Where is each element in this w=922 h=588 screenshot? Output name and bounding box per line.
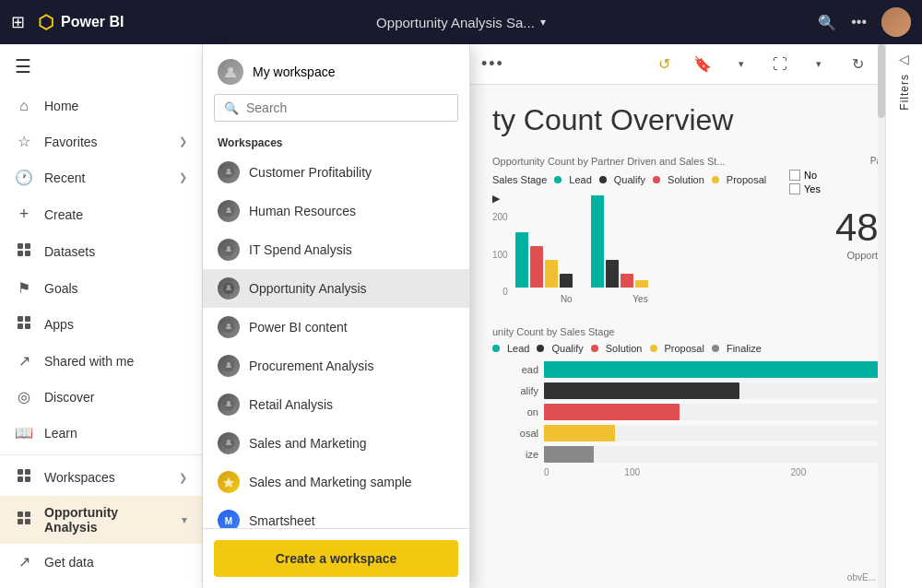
hbar-row-proposal[interactable]: osal	[492, 425, 900, 441]
workspace-item-opportunity[interactable]: Opportunity Analysis	[203, 269, 469, 308]
scroll-thumb[interactable]	[878, 44, 885, 118]
my-workspace-label: My workspace	[253, 65, 335, 79]
sidebar-item-discover[interactable]: ◎ Discover	[0, 379, 202, 415]
sidebar-item-apps[interactable]: Apps	[0, 306, 202, 343]
workspace-item-human[interactable]: Human Resources	[203, 192, 469, 230]
sidebar-item-goals[interactable]: ⚑ Goals	[0, 270, 202, 306]
sidebar-item-shared[interactable]: ↗ Shared with me	[0, 343, 202, 379]
toolbar-expand-btn[interactable]: ⛶	[765, 50, 795, 79]
workspace-item-smartsheet[interactable]: M Smartsheet	[203, 501, 469, 528]
workspace-search-box[interactable]: 🔍	[214, 94, 458, 122]
sidebar-item-recent[interactable]: 🕐 Recent ❯	[0, 159, 202, 195]
workspace-item-customer[interactable]: Customer Profitability	[203, 153, 469, 192]
sidebar-item-opportunity[interactable]: Opportunity Analysis ▾	[0, 496, 202, 544]
hbar-row-lead[interactable]: ead	[492, 361, 900, 378]
legend2-dot-lead	[492, 345, 500, 352]
workspace-item-retail[interactable]: Retail Analysis	[203, 385, 469, 424]
svg-rect-1	[25, 243, 30, 249]
svg-point-20	[227, 207, 230, 211]
svg-rect-11	[25, 476, 30, 482]
my-workspace-header[interactable]: My workspace	[203, 44, 469, 94]
workspaces-section-label: Workspaces	[203, 131, 469, 153]
sidebar-item-favorites[interactable]: ☆ Favorites ❯	[0, 123, 202, 159]
legend2-dot-qualify	[537, 345, 544, 352]
bar-lead-yes	[591, 195, 604, 288]
sidebar-item-learn[interactable]: 📖 Learn	[0, 415, 202, 451]
toolbar-expand-chevron[interactable]: ▾	[804, 50, 833, 79]
workspace-item-salessample[interactable]: Sales and Marketing sample	[203, 463, 469, 501]
sidebar-item-create[interactable]: + Create	[0, 195, 202, 233]
legend2-dot-proposal	[650, 345, 657, 352]
hbar-label-lead: ead	[492, 364, 538, 375]
create-workspace-button[interactable]: Create a workspace	[214, 540, 458, 577]
toolbar-refresh-btn[interactable]: ↻	[843, 50, 872, 79]
workspace-item-salesmarketing[interactable]: Sales and Marketing	[203, 424, 469, 463]
toolbar-bookmark-btn[interactable]: 🔖	[688, 50, 717, 79]
workspace-item-procurement[interactable]: Procurement Analysis	[203, 347, 469, 385]
legend-dot-lead	[554, 176, 561, 183]
workspace-icon-retail	[218, 394, 240, 416]
hbar-row-solution[interactable]: on	[492, 404, 900, 420]
toolbar-undo-btn[interactable]: ↺	[649, 50, 679, 79]
checkbox-no[interactable]	[789, 170, 800, 181]
scroll-track[interactable]	[878, 44, 885, 588]
search-input[interactable]	[246, 100, 448, 115]
chart1-title: Opportunity Count by Partner Driven and …	[492, 156, 778, 167]
learn-icon: 📖	[15, 424, 33, 441]
bar-group-no[interactable]: No	[515, 232, 573, 304]
workspace-label-salesmarketing: Sales and Marketing	[249, 436, 367, 451]
sidebar-item-datasets[interactable]: Datasets	[0, 233, 202, 270]
sidebar-item-getdata[interactable]: ↗ Get data	[0, 544, 202, 580]
toolbar-more-icon[interactable]: •••	[481, 54, 504, 74]
toolbar-bookmark-chevron[interactable]: ▾	[727, 50, 756, 79]
sidebar-item-home[interactable]: ⌂ Home	[0, 88, 202, 123]
title-chevron-icon[interactable]: ▾	[540, 16, 546, 29]
favorites-icon: ☆	[15, 133, 33, 150]
legend-more-icon[interactable]: ▶	[492, 193, 500, 205]
workspace-label-customer: Customer Profitability	[249, 165, 372, 180]
svg-point-26	[227, 323, 230, 327]
svg-rect-5	[25, 316, 30, 322]
legend2-text-finalize: Finalize	[727, 343, 762, 354]
workspace-item-powerbi[interactable]: Power BI content	[203, 308, 469, 347]
workspace-label-opportunity: Opportunity Analysis	[249, 281, 367, 296]
bar-qualify-no	[560, 274, 573, 288]
workspace-item-itspend[interactable]: IT Spend Analysis	[203, 230, 469, 269]
bar-chart-grouped: No Yes	[515, 212, 648, 323]
grid-icon[interactable]: ⊞	[11, 12, 25, 32]
hbar-row-finalize[interactable]: ize	[492, 446, 900, 463]
checkbox-yes[interactable]	[789, 183, 800, 194]
workspace-icon-procurement	[218, 355, 240, 377]
topbar-center-title[interactable]: Opportunity Analysis Sa... ▾	[376, 15, 546, 30]
chart2-legend: Lead Qualify Solution Proposal Finalize	[492, 343, 900, 354]
svg-rect-7	[25, 323, 30, 329]
page-label: obvE...	[847, 572, 876, 582]
filters-panel[interactable]: ◁ Filters	[885, 44, 922, 588]
workspace-icon-customer	[218, 161, 240, 183]
goals-icon: ⚑	[15, 279, 33, 297]
svg-rect-3	[25, 251, 30, 256]
svg-marker-33	[223, 477, 234, 488]
filters-arrow-icon[interactable]: ◁	[899, 52, 909, 66]
avatar-image	[881, 7, 911, 37]
search-icon-btn[interactable]: 🔍	[818, 14, 836, 31]
bar-group-yes[interactable]: Yes	[591, 195, 648, 304]
chart-top-row: Opportunity Count by Partner Driven and …	[492, 156, 900, 323]
bar-proposal-yes	[635, 280, 648, 288]
brand: ⬡ Power BI	[38, 11, 124, 33]
hbar-row-qualify[interactable]: alify	[492, 382, 900, 399]
chart-partner-bar[interactable]: Opportunity Count by Partner Driven and …	[492, 156, 778, 323]
workspaces-chevron-icon: ❯	[179, 472, 187, 484]
topbar-right: 🔍 •••	[818, 7, 911, 37]
workspace-icon-salesmarketing	[218, 432, 240, 454]
svg-point-30	[227, 401, 230, 405]
workspaces-list: Customer Profitability Human Resources I…	[203, 153, 469, 528]
more-options-icon[interactable]: •••	[851, 14, 867, 30]
brand-name: Power BI	[61, 14, 124, 30]
user-avatar[interactable]	[881, 7, 911, 37]
workspace-label-powerbi: Power BI content	[249, 320, 348, 335]
sidebar-toggle-btn[interactable]: ☰	[0, 44, 202, 88]
svg-point-18	[227, 169, 230, 172]
hbar-track-lead	[544, 361, 900, 378]
sidebar-item-workspaces[interactable]: Workspaces ❯	[0, 459, 202, 496]
